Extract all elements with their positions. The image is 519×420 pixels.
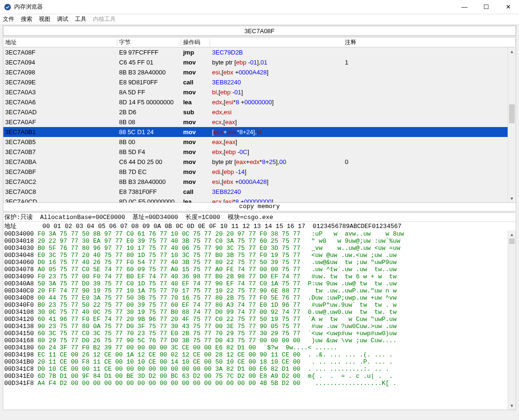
row-bytes: 88 5C D1 24 [117, 128, 181, 136]
menu-search[interactable]: 搜索 [21, 15, 32, 23]
hex-row[interactable]: 00D340F0 B0 23 75 77 50 22 75 77 00 39 7… [4, 301, 515, 309]
row-operand: 3EB82240 [210, 188, 343, 195]
hex-scroll-up-icon[interactable]: ▲ [508, 230, 516, 238]
row-operand: byte ptr [ebp -01],01 [210, 59, 343, 66]
disasm-row[interactable]: 3EC7A0C8E8 7381F0FFcall3EB82240 [3, 187, 516, 197]
menu-file[interactable]: 文件 [3, 15, 14, 23]
hex-row[interactable]: 00D341F8 A4 F4 D2 00 00 00 00 00 00 00 0… [4, 380, 515, 387]
hex-row[interactable]: 00D34000 F0 3A 75 77 50 8B 97 77 C0 61 7… [4, 230, 515, 237]
row-bytes: 8B 00 [117, 138, 181, 146]
window-title: 内存浏览器 [14, 3, 454, 11]
menu-kernel[interactable]: 内核工具 [93, 15, 116, 23]
disasm-body[interactable]: ▲ ▼ 3EC7A08FE9 97FCFFFFjmp3EC79D2B3EC7A0… [3, 47, 516, 203]
disasm-row[interactable]: 3EC7A0AD2B D6subedx,esi [3, 107, 516, 117]
disasm-row[interactable]: 3EC7A0B58B 00moveax,[eax] [3, 137, 516, 147]
disasm-row[interactable]: 3EC7A09EE8 9D81F0FFcall3EB82240 [3, 77, 516, 87]
hex-row[interactable]: 00D34180 60 24 3F 77 F0 B2 39 77 00 00 0… [4, 344, 515, 351]
row-opcode: call [181, 79, 210, 86]
hex-row[interactable]: 00D34138 90 23 75 77 80 0A 75 77 D0 3F 7… [4, 323, 515, 330]
disasm-row[interactable]: 3EC7A0A38A 5D FFmovbl,[ebp -01] [3, 87, 516, 97]
hex-row[interactable]: 00D34150 60 3C 75 77 C0 3C 75 77 70 23 7… [4, 330, 515, 337]
row-operand: ecx,[eax] [210, 119, 343, 126]
hex-row[interactable]: 00D34120 60 41 96 77 F0 EF 74 77 20 9B 9… [4, 316, 515, 323]
hex-row[interactable]: 00D34198 EC 11 CE 00 26 12 CE 00 1A 12 C… [4, 351, 515, 358]
hex-scroll-thumb[interactable] [509, 238, 515, 244]
minimize-button[interactable]: — [454, 0, 475, 14]
scroll-up-icon[interactable]: ▲ [508, 47, 516, 55]
row-opcode: mov [181, 148, 210, 155]
row-operand: ecx,[esi*8 +00000000] [210, 198, 343, 203]
row-operand: edi,[ebp -14] [210, 168, 343, 175]
menu-view[interactable]: 视图 [39, 15, 50, 23]
hex-row[interactable]: 00D340C0 20 FF 74 77 90 19 75 77 10 1A 7… [4, 287, 515, 294]
row-opcode: lea [181, 99, 210, 106]
disasm-row[interactable]: 3EC7A08FE9 97FCFFFFjmp3EC79D2B [3, 47, 516, 57]
col-comment[interactable]: 注释 [343, 38, 516, 46]
disasm-row[interactable]: 3EC7A0988B B3 28A40000movesi,[ebx +0000A… [3, 67, 516, 77]
hex-row[interactable]: 00D34168 80 29 75 77 D0 26 75 77 90 5C 7… [4, 337, 515, 344]
hex-row[interactable]: 00D34078 A0 05 75 77 C0 5E 74 77 60 09 7… [4, 266, 515, 273]
hex-protection-info: 保护:只读 AllocationBase=00CE0000 基址=00D3400… [3, 213, 516, 222]
row-address: 3EC7A098 [3, 69, 117, 76]
disasm-scrollbar[interactable]: ▲ ▼ [508, 47, 516, 202]
menubar: 文件 搜索 视图 调试 工具 内核工具 [0, 14, 519, 25]
disasm-row[interactable]: 3EC7A0B78B 5D F4movebx,[ebp -0C] [3, 147, 516, 157]
maximize-button[interactable]: ☐ [475, 0, 497, 14]
row-address: 3EC7A0B5 [3, 138, 117, 146]
hex-row[interactable]: 00D34030 B0 5F 76 77 80 96 97 77 10 17 7… [4, 245, 515, 252]
disasm-row[interactable]: 3EC7A0C28B B3 28A40000movesi,[ebx +0000A… [3, 177, 516, 187]
disasm-row[interactable]: 3EC7A0AF8B 08movecx,[eax] [3, 117, 516, 127]
hex-row[interactable]: 00D341E0 6D 7B D1 00 9F 84 D1 00 BE 3D D… [4, 373, 515, 380]
hex-column-header: 地址 00 01 02 03 04 05 06 07 08 09 0A 0B 0… [3, 222, 516, 230]
scroll-thumb[interactable] [509, 104, 515, 123]
disasm-row[interactable]: 3EC7A0CD8D 0C F5 00000000leaecx,[esi*8 +… [3, 197, 516, 203]
hex-row[interactable]: 00D341C8 D0 10 CE 00 00 11 CE 00 00 00 0… [4, 365, 515, 373]
scroll-down-icon[interactable]: ▼ [508, 194, 516, 202]
hex-row[interactable]: 00D34060 D0 16 75 77 40 26 75 77 F0 54 7… [4, 259, 515, 266]
row-opcode: mov [181, 178, 210, 185]
hexdump-panel: 保护:只读 AllocationBase=00CE0000 基址=00D3400… [3, 212, 516, 410]
disasm-row[interactable]: 3EC7A0B188 5C D1 24mov[ecx+edx*8+24],bl [3, 127, 516, 137]
row-address: 3EC7A0BA [3, 158, 117, 165]
row-operand: edx,esi [210, 109, 343, 116]
menu-tools[interactable]: 工具 [75, 15, 86, 23]
disasm-row[interactable]: 3EC7A0BF8B 7D ECmovedi,[ebp -14] [3, 167, 516, 177]
row-bytes: 8D 14 F5 00000000 [117, 99, 181, 106]
row-opcode: mov [181, 168, 210, 175]
hex-row[interactable]: 00D34018 20 22 97 77 30 EA 97 77 E0 39 7… [4, 237, 515, 245]
col-address[interactable]: 地址 [3, 38, 117, 46]
row-opcode: mov [181, 128, 210, 136]
hex-row[interactable]: 00D34090 F0 23 75 77 00 F0 74 77 B0 EF 7… [4, 273, 515, 280]
row-bytes: 8B B3 28A40000 [117, 178, 181, 185]
row-bytes: E8 9D81F0FF [117, 79, 181, 86]
hex-scroll-down-icon[interactable]: ▼ [508, 402, 516, 410]
hex-row[interactable]: 00D340D8 00 44 75 77 E0 3A 75 77 50 3B 7… [4, 294, 515, 301]
row-bytes: 8B 08 [117, 119, 181, 126]
disasm-row[interactable]: 3EC7A094C6 45 FF 01movbyte ptr [ebp -01]… [3, 57, 516, 67]
row-opcode: mov [181, 158, 210, 165]
row-operand: 3EC79D2B [210, 49, 343, 56]
hex-row[interactable]: 00D34048 E0 3C 75 77 20 40 75 77 80 1D 7… [4, 252, 515, 259]
col-bytes[interactable]: 字节 [117, 38, 181, 46]
row-operand: 3EB82240 [210, 79, 343, 86]
row-operand: [ecx+edx*8+24],bl [210, 128, 343, 136]
hex-body[interactable]: 00D34000 F0 3A 75 77 50 8B 97 77 C0 61 7… [3, 230, 516, 387]
disasm-row[interactable]: 3EC7A0BAC6 44 D0 25 00movbyte ptr [eax+e… [3, 157, 516, 167]
disasm-header: 地址 字节 操作码 注释 [3, 37, 516, 47]
menu-debug[interactable]: 调试 [57, 15, 68, 23]
row-operand: esi,[ebx +0000A428] [210, 178, 343, 185]
col-opcode[interactable]: 操作码 [181, 38, 210, 46]
address-input[interactable]: 3EC7A08F [3, 26, 516, 36]
hex-scrollbar[interactable]: ▲ ▼ [508, 230, 516, 410]
row-bytes: E9 97FCFFFF [117, 49, 181, 56]
hex-row[interactable]: 00D340A8 50 3A 75 77 D0 39 75 77 C0 1D 7… [4, 280, 515, 287]
disasm-row[interactable]: 3EC7A0A68D 14 F5 00000000leaedx,[esi*8 +… [3, 97, 516, 107]
hex-row[interactable]: 00D341B0 20 11 CE 00 F8 11 CE 00 10 10 C… [4, 358, 515, 365]
close-button[interactable]: ✕ [497, 0, 519, 14]
row-bytes: 8A 5D FF [117, 89, 181, 96]
row-comment: 1 [343, 59, 516, 66]
hex-row[interactable]: 00D34108 30 0C 75 77 40 0C 75 77 30 19 7… [4, 309, 515, 316]
row-address: 3EC7A08F [3, 49, 117, 56]
row-operand: bl,[ebp -01] [210, 89, 343, 96]
copy-memory-button[interactable]: copy memory [3, 203, 516, 211]
